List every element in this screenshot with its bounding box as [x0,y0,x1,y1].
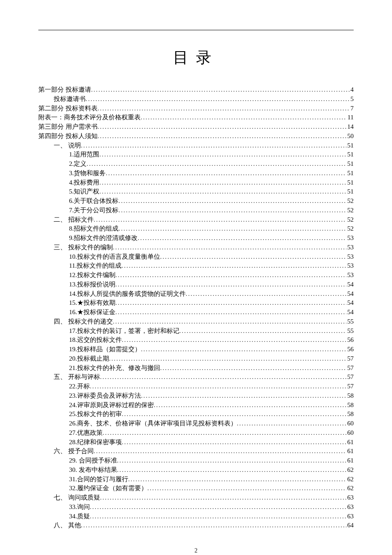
toc-entry: 8.招标文件的组成 52 [38,224,354,234]
toc-leader-dots [186,289,346,299]
toc-entry-label: 25.投标文件的初审 [69,410,122,419]
toc-leader-dots [121,261,346,271]
toc-entry: 投标邀请书 5 [38,95,354,104]
toc-entry: 14.投标人所提供的服务或货物的证明文件 54 [38,289,354,299]
toc-entry-page: 11 [347,113,354,122]
toc-entry-label: 19.投标样品（如需提交） [69,345,141,354]
toc-entry-page: 53 [346,261,354,271]
toc-entry: 34.质疑 63 [38,512,354,521]
toc-leader-dots [98,104,350,113]
toc-entry: 附表一：商务技术评分及价格权重表 11 [38,113,354,122]
toc-entry-label: 第三部分 用户需求书 [38,122,98,132]
toc-leader-dots [154,401,346,410]
document-page: 目录 第一部分 投标邀请 4投标邀请书 5第二部分 投标资料表 7附表一：商务技… [0,0,392,555]
toc-entry: 31.合同的签订与履行 62 [38,475,354,484]
toc-leader-dots [117,456,347,465]
toc-leader-dots [118,224,346,234]
toc-entry-page: 61 [346,447,354,456]
toc-entry: 16.★投标保证金 54 [38,308,354,317]
toc-entry: 八、 其他 64 [38,521,354,530]
toc-entry-label: 12.投标文件编制 [69,271,115,280]
toc-entry: 4.投标费用 51 [38,178,354,188]
toc-entry-label: 11.投标文件的组成 [69,261,121,271]
toc-entry-page: 63 [346,503,354,512]
toc-entry-page: 57 [346,382,354,391]
toc-leader-dots [109,354,346,364]
toc-entry-page: 51 [346,178,354,188]
toc-leader-dots [90,512,346,521]
toc-entry-label: 13.投标报价说明 [69,280,115,289]
toc-leader-dots [86,95,350,104]
toc-leader-dots [81,141,346,150]
toc-entry: 第四部分 投标人须知 50 [38,132,354,141]
toc-entry: 第二部分 投标资料表 7 [38,104,354,113]
toc-entry-label: 9.招标文件的澄清或修改 [69,234,138,243]
toc-entry-page: 51 [346,187,354,197]
toc-entry-label: 24.评审原则及评标过程的保密 [69,401,154,410]
toc-leader-dots [118,206,346,215]
toc-entry-page: 52 [346,197,354,206]
toc-entry-label: 7.关于分公司投标 [69,206,118,215]
toc-leader-dots [115,271,346,280]
toc-entry-label: 第一部分 投标邀请 [38,85,91,95]
toc-entry: 33.询问 63 [38,503,354,512]
toc-entry: 第一部分 投标邀请 4 [38,85,354,95]
toc-entry-label: 23.评标委员会及评标方法 [69,391,141,401]
toc-leader-dots [115,308,346,317]
toc-entry-page: 51 [346,141,354,150]
toc-entry-page: 54 [346,298,354,308]
toc-entry-label: 14.投标人所提供的服务或货物的证明文件 [69,289,186,299]
toc-entry-page: 14 [346,122,354,132]
toc-leader-dots [128,475,346,484]
toc-entry-label: 六、 授予合同 [54,447,94,456]
toc-entry-label: 32.履约保证金（如有需要） [69,484,147,493]
toc-entry: 11.投标文件的组成 53 [38,261,354,271]
toc-entry-label: 第二部分 投标资料表 [38,104,98,113]
toc-entry-label: 6.关于联合体投标 [69,197,118,206]
toc-entry: 四、 投标文件的递交 55 [38,317,354,327]
toc-entry-label: 34.质疑 [69,512,90,521]
toc-entry-page: 51 [346,159,354,169]
toc-leader-dots [117,465,347,475]
toc-entry-label: 2.定义 [69,159,86,169]
toc-leader-dots [94,447,346,456]
toc-entry-page: 51 [346,169,354,178]
toc-entry-label: 一、 说明 [54,141,81,150]
toc-entry-label: 八、 其他 [54,521,81,530]
toc-entry-label: 8.招标文件的组成 [69,224,118,234]
toc-title: 目录 [38,47,354,68]
toc-entry: 26.商务、技术、价格评审（具体评审项目详见投标资料表） 60 [38,419,354,428]
toc-entry: 32.履约保证金（如有需要） 62 [38,484,354,493]
toc-entry: 17.投标文件的装订，签署，密封和标记 55 [38,327,354,336]
toc-entry: 6.关于联合体投标 52 [38,197,354,206]
toc-entry-label: 18.迟交的投标文件 [69,335,122,345]
toc-entry: 19.投标样品（如需提交） 56 [38,345,354,354]
toc-entry: 28.纪律和保密事项 61 [38,438,354,447]
toc-entry-label: 三、 投标文件的编制 [54,243,113,252]
toc-entry-page: 5 [350,95,354,104]
toc-entry: 9.招标文件的澄清或修改 53 [38,234,354,243]
toc-leader-dots [98,132,346,141]
toc-entry-label: 17.投标文件的装订，签署，密封和标记 [69,327,179,336]
toc-entry-page: 61 [346,438,354,447]
toc-entry: 二、 招标文件 52 [38,215,354,225]
toc-leader-dots [113,243,346,252]
toc-entry: 18.迟交的投标文件 56 [38,335,354,345]
toc-entry: 2.定义 51 [38,159,354,169]
toc-entry-label: 26.商务、技术、价格评审（具体评审项目详见投标资料表） [69,419,237,428]
toc-entry-page: 54 [346,308,354,317]
toc-entry-page: 63 [346,493,354,503]
toc-leader-dots [90,382,346,391]
toc-leader-dots [118,197,346,206]
toc-entry-page: 52 [346,206,354,215]
toc-entry: 七、 询问或质疑 63 [38,493,354,503]
toc-leader-dots [99,178,346,188]
toc-entry-label: 二、 招标文件 [54,215,94,225]
toc-entry-page: 53 [346,243,354,252]
toc-entry-page: 53 [346,271,354,280]
toc-entry-label: 20.投标截止期 [69,354,109,364]
toc-leader-dots [94,215,346,225]
toc-entry-label: 5.知识产权 [69,187,99,197]
toc-entry: 20.投标截止期 57 [38,354,354,364]
toc-entry: 15.★投标有效期 54 [38,298,354,308]
